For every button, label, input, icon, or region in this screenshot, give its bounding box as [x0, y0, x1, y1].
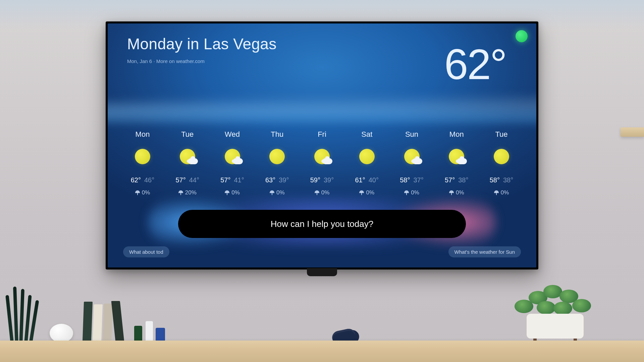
precip-value: 0%: [231, 189, 240, 196]
precip-value: 0%: [321, 189, 330, 196]
forecast-temps: 58°38°: [490, 176, 514, 184]
forecast-day-label: Sat: [361, 130, 372, 139]
partly-cloudy-icon: [402, 147, 422, 165]
forecast-day-label: Sun: [405, 130, 418, 139]
low-temp: 39°: [324, 176, 334, 184]
partly-cloudy-icon: [312, 147, 332, 165]
precip-chance: 0%: [315, 189, 330, 196]
high-temp: 62°: [131, 176, 141, 184]
forecast-day[interactable]: Mon62°46°0%: [121, 130, 164, 196]
forecast-day-label: Thu: [271, 130, 283, 139]
decor-planter-right: [513, 277, 594, 344]
forecast-day[interactable]: Sun58°37°0%: [390, 130, 433, 196]
partly-cloudy-icon: [223, 147, 242, 165]
background-wave: [108, 111, 536, 127]
forecast-temps: 58°37°: [400, 176, 424, 184]
partly-cloudy-icon: [178, 147, 197, 165]
precip-chance: 0%: [225, 189, 240, 196]
precip-value: 0%: [366, 189, 374, 196]
date-source-subtitle[interactable]: Mon, Jan 6 · More on weather.com: [127, 58, 277, 64]
forecast-day-label: Mon: [449, 130, 464, 139]
low-temp: 46°: [144, 176, 154, 184]
tv-frame: Monday in Las Vegas Mon, Jan 6 · More on…: [106, 21, 538, 269]
console-shelf: [0, 341, 644, 362]
forecast-temps: 59°39°: [310, 176, 334, 184]
precip-chance: 20%: [178, 189, 197, 196]
partly-cloudy-icon: [447, 147, 466, 165]
forecast-day[interactable]: Thu63°39°0%: [256, 130, 299, 196]
sunny-icon: [357, 147, 377, 165]
decor-candle: [146, 321, 153, 343]
precip-chance: 0%: [494, 189, 509, 196]
forecast-day[interactable]: Sat61°40°0%: [345, 130, 388, 196]
precip-chance: 0%: [449, 189, 464, 196]
high-temp: 58°: [490, 176, 500, 184]
assistant-prompt-pill[interactable]: How can I help you today?: [178, 210, 466, 238]
assistant-prompt-text: How can I help you today?: [271, 219, 373, 229]
decor-plant-left: [5, 282, 48, 345]
high-temp: 58°: [400, 176, 410, 184]
high-temp: 61°: [355, 176, 365, 184]
umbrella-icon: [315, 190, 319, 195]
precip-chance: 0%: [270, 189, 285, 196]
precip-value: 0%: [142, 189, 150, 196]
high-temp: 57°: [445, 176, 455, 184]
current-temperature: 62°: [444, 40, 506, 89]
precip-value: 0%: [456, 189, 464, 196]
low-temp: 38°: [458, 176, 468, 184]
low-temp: 40°: [369, 176, 379, 184]
forecast-temps: 63°39°: [265, 176, 289, 184]
forecast-day-label: Mon: [136, 130, 150, 139]
suggestion-chip-right[interactable]: What's the weather for Sun: [448, 246, 521, 257]
wall-shelf: [621, 127, 644, 137]
decor-orb-lamp: [50, 324, 73, 343]
forecast-temps: 62°46°: [131, 176, 155, 184]
forecast-day-label: Tue: [495, 130, 507, 139]
forecast-day[interactable]: Tue57°44°20%: [166, 130, 209, 196]
low-temp: 44°: [189, 176, 199, 184]
forecast-day-label: Tue: [181, 130, 194, 139]
decor-candle: [134, 326, 142, 343]
umbrella-icon: [225, 190, 229, 195]
forecast-temps: 57°41°: [220, 176, 244, 184]
high-temp: 57°: [220, 176, 230, 184]
page-title: Monday in Las Vegas: [127, 35, 277, 53]
forecast-temps: 57°44°: [176, 176, 200, 184]
forecast-day[interactable]: Tue58°38°0%: [480, 130, 523, 196]
decor-books: [83, 301, 122, 342]
umbrella-icon: [494, 190, 499, 195]
precip-chance: 0%: [359, 189, 374, 196]
umbrella-icon: [359, 190, 364, 195]
weather-app-screen: Monday in Las Vegas Mon, Jan 6 · More on…: [108, 23, 536, 267]
umbrella-icon: [135, 190, 140, 195]
low-temp: 37°: [414, 176, 424, 184]
assistant-suggestion-row: What about tod What's the weather for Su…: [123, 246, 521, 257]
precip-chance: 0%: [135, 189, 150, 196]
low-temp: 39°: [279, 176, 289, 184]
precip-chance: 0%: [404, 189, 419, 196]
tv-stand: [307, 268, 337, 276]
forecast-row: Mon62°46°0%Tue57°44°20%Wed57°41°0%Thu63°…: [121, 130, 523, 196]
forecast-day-label: Fri: [318, 130, 326, 139]
precip-value: 0%: [501, 189, 509, 196]
sunny-icon: [133, 147, 152, 165]
umbrella-icon: [178, 190, 183, 195]
precip-value: 0%: [411, 189, 419, 196]
precip-value: 0%: [276, 189, 285, 196]
forecast-temps: 61°40°: [355, 176, 379, 184]
suggestion-chip-left[interactable]: What about tod: [123, 246, 169, 257]
high-temp: 59°: [310, 176, 320, 184]
umbrella-icon: [270, 190, 274, 195]
forecast-day[interactable]: Wed57°41°0%: [211, 130, 254, 196]
low-temp: 38°: [503, 176, 513, 184]
forecast-day[interactable]: Fri59°39°0%: [301, 130, 343, 196]
high-temp: 63°: [265, 176, 275, 184]
forecast-day-label: Wed: [225, 130, 240, 139]
high-temp: 57°: [176, 176, 186, 184]
umbrella-icon: [404, 190, 409, 195]
forecast-temps: 57°38°: [445, 176, 469, 184]
precip-value: 20%: [185, 189, 197, 196]
umbrella-icon: [449, 190, 454, 195]
sunny-icon: [492, 147, 511, 165]
forecast-day[interactable]: Mon57°38°0%: [435, 130, 478, 196]
